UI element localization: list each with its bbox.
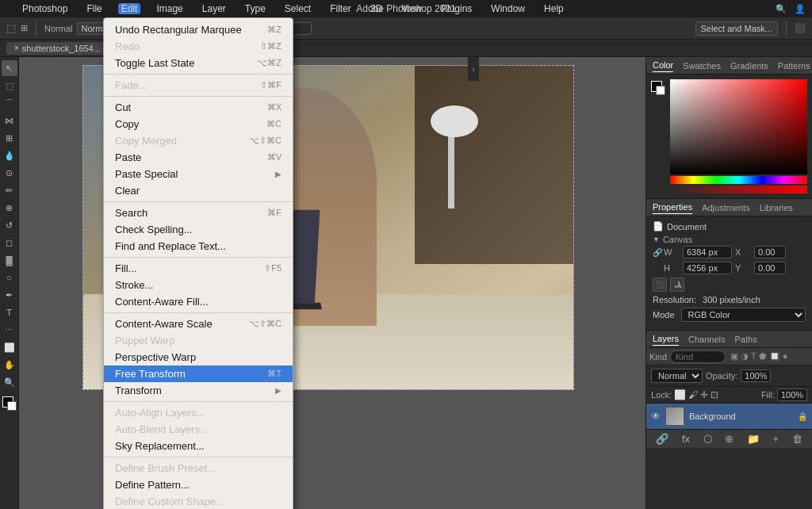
filter-pixel-icon[interactable]: ▣ bbox=[730, 351, 738, 362]
menu-item-clear[interactable]: Clear bbox=[104, 182, 293, 199]
menu-item-define-pattern---[interactable]: Define Pattern... bbox=[104, 476, 293, 493]
tab-channels[interactable]: Channels bbox=[688, 333, 725, 346]
user-icon[interactable]: 👤 bbox=[795, 4, 806, 14]
eraser-tool[interactable]: ◻ bbox=[2, 235, 17, 251]
link-layers-button[interactable]: 🔗 bbox=[656, 433, 668, 445]
tab-properties[interactable]: Properties bbox=[653, 201, 692, 214]
menubar-filter[interactable]: Filter bbox=[327, 3, 354, 14]
move-tool[interactable]: ↖ bbox=[2, 60, 17, 76]
menu-item-toggle-last-state[interactable]: Toggle Last State⌥⌘Z bbox=[104, 55, 293, 71]
tab-color[interactable]: Color bbox=[653, 59, 673, 72]
hand-tool[interactable]: ✋ bbox=[2, 357, 17, 373]
pen-tool[interactable]: ✒ bbox=[2, 287, 17, 303]
panel-collapse-button[interactable]: › bbox=[468, 57, 479, 81]
lock-position-icon[interactable]: ✛ bbox=[700, 389, 708, 400]
menu-item-perspective-warp[interactable]: Perspective Warp bbox=[104, 349, 293, 365]
menu-item-stroke---[interactable]: Stroke... bbox=[104, 277, 293, 293]
clone-stamp-tool[interactable]: ⊕ bbox=[2, 200, 17, 216]
tab-close-icon[interactable]: × bbox=[14, 44, 19, 52]
lock-transparent-icon[interactable]: ⬜ bbox=[674, 389, 686, 400]
lock-artboard-icon[interactable]: ⊡ bbox=[710, 389, 718, 400]
tab-layers[interactable]: Layers bbox=[653, 332, 679, 346]
menu-item-find-and-replace-text---[interactable]: Find and Replace Text... bbox=[104, 238, 293, 254]
lasso-tool[interactable]: ⌒ bbox=[2, 95, 17, 111]
menu-item-check-spelling---[interactable]: Check Spelling... bbox=[104, 221, 293, 238]
layer-row-background[interactable]: 👁 Background 🔒 bbox=[646, 404, 812, 429]
add-mask-button[interactable]: ⬡ bbox=[703, 433, 712, 445]
menu-item-copy[interactable]: Copy⌘C bbox=[104, 116, 293, 132]
zoom-tool[interactable]: 🔍 bbox=[2, 374, 17, 390]
menubar-help[interactable]: Help bbox=[541, 3, 567, 14]
menu-item-paste-special[interactable]: Paste Special▶ bbox=[104, 166, 293, 182]
menu-item-cut[interactable]: Cut⌘X bbox=[104, 99, 293, 116]
filter-shape-icon[interactable]: ⬟ bbox=[759, 351, 767, 362]
tab-gradients[interactable]: Gradients bbox=[730, 59, 768, 72]
path-select-tool[interactable]: ⋯ bbox=[2, 322, 17, 338]
canvas-width-input[interactable] bbox=[683, 246, 732, 258]
menubar-file[interactable]: File bbox=[83, 3, 105, 14]
color-spectrum[interactable] bbox=[670, 79, 807, 174]
layers-search-input[interactable] bbox=[670, 350, 726, 363]
spot-heal-tool[interactable]: ⊙ bbox=[2, 165, 17, 181]
menubar-window[interactable]: Window bbox=[488, 3, 528, 14]
gradient-tool[interactable]: ▓ bbox=[2, 252, 17, 268]
tab-patterns[interactable]: Patterns bbox=[778, 59, 810, 72]
history-brush-tool[interactable]: ↺ bbox=[2, 217, 17, 233]
color-fg-bg-selector[interactable] bbox=[651, 81, 665, 95]
search-icon[interactable]: 🔍 bbox=[776, 4, 787, 14]
select-and-mask-button[interactable]: Select and Mask... bbox=[695, 21, 779, 36]
color-hue-slider[interactable] bbox=[670, 176, 807, 184]
fg-bg-colors[interactable] bbox=[1, 395, 18, 412]
color-alpha-slider[interactable] bbox=[670, 186, 807, 193]
filter-type-icon[interactable]: T bbox=[751, 351, 756, 362]
menu-item-free-transform[interactable]: Free Transform⌘T bbox=[104, 365, 293, 382]
portrait-icon[interactable]: ⬛ bbox=[653, 277, 667, 292]
delete-layer-button[interactable]: 🗑 bbox=[792, 433, 802, 445]
tab-adjustments[interactable]: Adjustments bbox=[702, 201, 750, 214]
filter-smartobj-icon[interactable]: 🔲 bbox=[769, 351, 780, 362]
filter-toggle[interactable]: ● bbox=[783, 351, 788, 362]
new-group-button[interactable]: 📁 bbox=[747, 433, 760, 445]
menubar-edit[interactable]: Edit bbox=[118, 3, 141, 14]
menubar-type[interactable]: Type bbox=[242, 3, 269, 14]
document-tab[interactable]: × shutterstock_1654... bbox=[6, 42, 109, 55]
add-style-button[interactable]: fx bbox=[682, 433, 690, 445]
dodge-tool[interactable]: ○ bbox=[2, 270, 17, 285]
menu-item-search[interactable]: Search⌘F bbox=[104, 205, 293, 221]
menu-item-content-aware-scale[interactable]: Content-Aware Scale⌥⇧⌘C bbox=[104, 316, 293, 332]
tab-libraries[interactable]: Libraries bbox=[760, 201, 793, 214]
menu-item-transform[interactable]: Transform▶ bbox=[104, 382, 293, 399]
eyedropper-tool[interactable]: 💧 bbox=[2, 147, 17, 163]
filter-adjust-icon[interactable]: ◑ bbox=[741, 351, 749, 362]
brush-tool[interactable]: ✏ bbox=[2, 182, 17, 198]
canvas-height-input[interactable] bbox=[683, 262, 732, 274]
menu-item-paste[interactable]: Paste⌘V bbox=[104, 149, 293, 166]
fill-input[interactable] bbox=[777, 388, 807, 401]
tab-paths[interactable]: Paths bbox=[735, 333, 757, 346]
canvas-y-input[interactable] bbox=[754, 262, 786, 274]
menu-item-content-aware-fill---[interactable]: Content-Aware Fill... bbox=[104, 293, 293, 310]
new-layer-button[interactable]: + bbox=[772, 433, 779, 445]
color-mode-select[interactable]: RGB Color bbox=[681, 308, 806, 322]
tab-swatches[interactable]: Swatches bbox=[683, 59, 721, 72]
menubar-photoshop[interactable]: Photoshop bbox=[19, 3, 71, 14]
menubar-select[interactable]: Select bbox=[282, 3, 314, 14]
menubar-image[interactable]: Image bbox=[153, 3, 186, 14]
landscape-icon[interactable]: 🏞 bbox=[670, 277, 684, 292]
text-tool[interactable]: T bbox=[2, 304, 17, 320]
menu-item-undo-rectangular-marquee[interactable]: Undo Rectangular Marquee⌘Z bbox=[104, 21, 293, 38]
menu-item-fill---[interactable]: Fill...⇧F5 bbox=[104, 260, 293, 277]
crop-tool[interactable]: ⊞ bbox=[2, 130, 17, 146]
lock-image-icon[interactable]: 🖌 bbox=[688, 389, 698, 400]
layer-eye-icon[interactable]: 👁 bbox=[651, 411, 661, 422]
shape-tool[interactable]: ⬜ bbox=[2, 339, 17, 355]
canvas-x-input[interactable] bbox=[754, 246, 786, 258]
opacity-input[interactable] bbox=[741, 369, 771, 382]
new-fill-button[interactable]: ⊕ bbox=[725, 433, 733, 445]
marquee-tool[interactable]: ⬚ bbox=[2, 78, 17, 94]
panel-toggle-icon[interactable]: ⬛ bbox=[795, 23, 806, 33]
menu-item-sky-replacement---[interactable]: Sky Replacement... bbox=[104, 438, 293, 454]
magic-wand-tool[interactable]: ⋈ bbox=[2, 113, 17, 128]
blend-mode-select[interactable]: Normal bbox=[651, 369, 703, 383]
menubar-layer[interactable]: Layer bbox=[199, 3, 229, 14]
